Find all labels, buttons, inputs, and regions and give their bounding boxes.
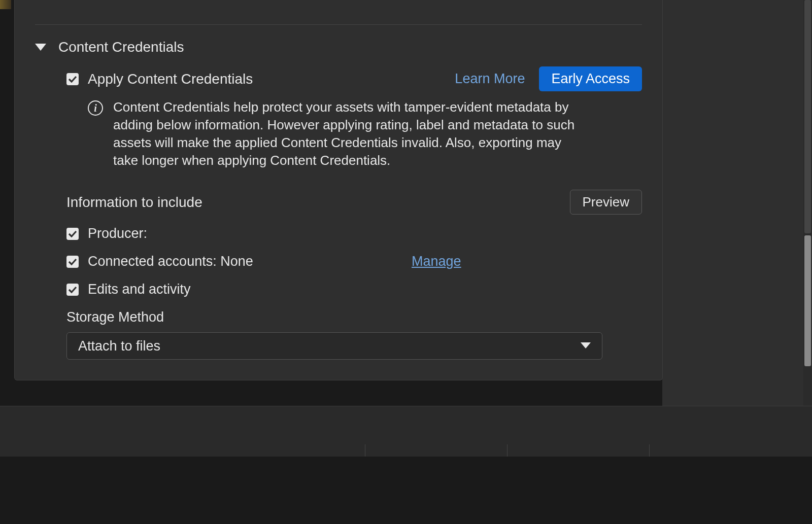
info-icon: i <box>88 100 103 116</box>
section-body: Apply Content Credentials Learn More Ear… <box>35 66 642 360</box>
include-item-producer: Producer: <box>66 226 642 241</box>
chevron-down-icon <box>581 341 591 351</box>
content-credentials-section: Content Credentials Apply Content Creden… <box>15 25 662 380</box>
apply-right: Learn More Early Access <box>455 66 642 91</box>
storage-method-label: Storage Method <box>66 309 642 325</box>
section-title: Content Credentials <box>58 39 184 55</box>
apply-row: Apply Content Credentials Learn More Ear… <box>66 66 642 91</box>
info-row: i Content Credentials help protect your … <box>66 98 642 169</box>
apply-label: Apply Content Credentials <box>88 71 253 87</box>
scrollbar-thumb[interactable] <box>804 235 811 366</box>
preview-button[interactable]: Preview <box>570 190 642 215</box>
chevron-down-icon[interactable] <box>35 42 46 53</box>
storage-method-dropdown[interactable]: Attach to files <box>66 332 602 360</box>
producer-checkbox[interactable] <box>66 228 79 240</box>
right-gutter <box>662 0 812 406</box>
include-title: Information to include <box>66 194 202 211</box>
connected-checkbox[interactable] <box>66 256 79 268</box>
producer-label: Producer: <box>88 226 147 241</box>
apply-left: Apply Content Credentials <box>66 71 253 87</box>
include-item-connected: Connected accounts: None Manage <box>66 254 642 269</box>
storage-method-value: Attach to files <box>78 338 160 354</box>
left-edge-decoration <box>0 0 11 9</box>
connected-label: Connected accounts: None <box>88 254 253 269</box>
edits-label: Edits and activity <box>88 282 191 297</box>
include-item-edits: Edits and activity <box>66 282 642 297</box>
svg-marker-1 <box>581 342 591 348</box>
svg-marker-0 <box>35 44 46 51</box>
edits-checkbox[interactable] <box>66 284 79 296</box>
bottom-dividers <box>0 444 812 457</box>
info-text: Content Credentials help protect your as… <box>113 98 580 169</box>
apply-checkbox[interactable] <box>66 73 79 85</box>
learn-more-link[interactable]: Learn More <box>455 71 525 87</box>
early-access-badge: Early Access <box>539 66 642 91</box>
app-root: Content Credentials Apply Content Creden… <box>0 0 812 524</box>
scrollbar-thumb-dim[interactable] <box>804 0 811 233</box>
content-credentials-panel: Content Credentials Apply Content Creden… <box>14 0 663 380</box>
scrollbar-track[interactable] <box>803 0 812 406</box>
section-header: Content Credentials <box>35 39 642 55</box>
include-header-row: Information to include Preview <box>66 190 642 215</box>
bottom-bar <box>0 406 812 457</box>
manage-link[interactable]: Manage <box>412 254 461 269</box>
